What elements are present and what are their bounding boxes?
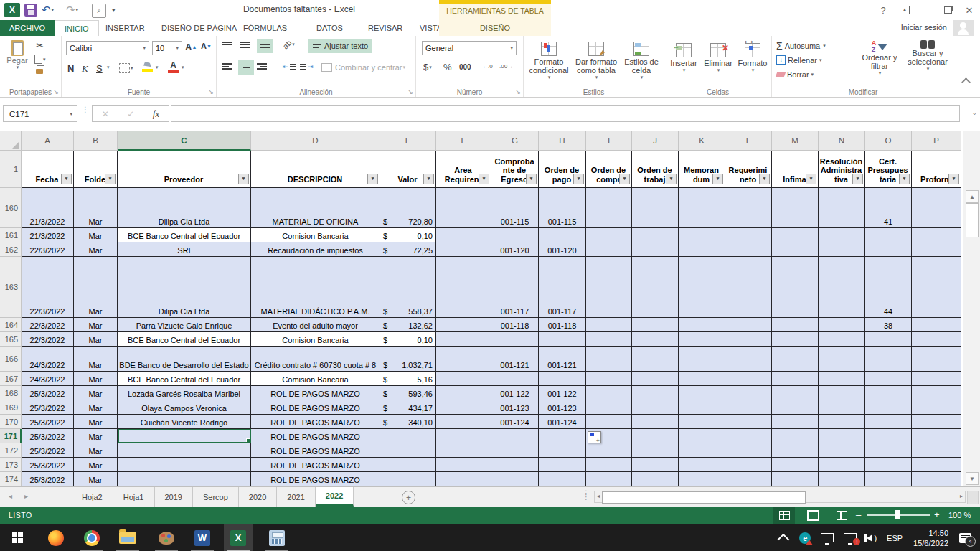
wrap-text-button[interactable]: Ajustar texto <box>308 39 372 53</box>
cell-D164[interactable]: Evento del adulto mayor <box>251 318 380 332</box>
comma-format-icon[interactable]: 000 <box>459 63 471 71</box>
cell-G171[interactable] <box>491 429 539 443</box>
insert-function-icon[interactable]: fx <box>153 108 159 120</box>
percent-format-icon[interactable]: % <box>443 62 452 72</box>
cell-J165[interactable] <box>632 332 679 347</box>
cell-G170[interactable]: 001-124 <box>491 415 539 429</box>
cell-J163[interactable] <box>632 257 679 318</box>
cell-N160[interactable] <box>819 188 865 228</box>
tab-diseño-de-página[interactable]: DISEÑO DE PÁGINA <box>152 20 246 36</box>
cell-M172[interactable] <box>772 443 819 458</box>
cell-A163[interactable]: 22/3/2022 <box>22 257 74 318</box>
cell-M163[interactable] <box>772 257 819 318</box>
col-header-O[interactable]: O <box>865 131 912 151</box>
sheet-tab-hoja2[interactable]: Hoja2 <box>72 487 113 507</box>
cell-B160[interactable]: Mar <box>74 188 118 228</box>
cell-K161[interactable] <box>679 228 725 242</box>
cell-E172[interactable] <box>380 443 436 458</box>
cell-E169[interactable]: $434,17 <box>380 400 436 415</box>
cell-M173[interactable] <box>772 458 819 472</box>
increase-indent-icon[interactable]: ⇥ <box>300 63 314 70</box>
cell-J166[interactable] <box>632 347 679 372</box>
row-header-168[interactable]: 168 <box>0 386 22 400</box>
cell-I166[interactable] <box>586 347 632 372</box>
tab-fórmulas[interactable]: FÓRMULAS <box>234 20 296 36</box>
cell-L164[interactable] <box>725 318 772 332</box>
cell-G165[interactable] <box>491 332 539 347</box>
cell-N161[interactable] <box>819 228 865 242</box>
cell-N173[interactable] <box>819 458 865 472</box>
decrease-decimal-icon[interactable]: .00→ <box>499 63 513 70</box>
cell-N162[interactable] <box>819 242 865 257</box>
cell-J173[interactable] <box>632 458 679 472</box>
cell-I168[interactable] <box>586 386 632 400</box>
cell-G167[interactable] <box>491 372 539 386</box>
col-header-F[interactable]: F <box>436 131 491 151</box>
cell-D167[interactable]: Comision Bancaria <box>251 372 380 386</box>
cell-D172[interactable]: ROL DE PAGOS MARZO <box>251 443 380 458</box>
cell-F161[interactable] <box>436 228 491 242</box>
align-right-icon[interactable] <box>257 63 267 70</box>
insert-cells-button[interactable]: ← Insertar▾ <box>667 42 700 73</box>
cell-F168[interactable] <box>436 386 491 400</box>
cell-L162[interactable] <box>725 242 772 257</box>
col-header-H[interactable]: H <box>539 131 586 151</box>
cell-N166[interactable] <box>819 347 865 372</box>
cell-F169[interactable] <box>436 400 491 415</box>
cell-C172[interactable] <box>118 443 251 458</box>
cell-L173[interactable] <box>725 458 772 472</box>
align-middle-icon[interactable] <box>240 42 250 48</box>
save-icon[interactable] <box>24 4 37 17</box>
tab-revisar[interactable]: REVISAR <box>359 20 412 36</box>
alignment-dialog-launcher[interactable]: ↘ <box>407 88 413 95</box>
merge-center-button[interactable]: Combinar y centrar ▾ <box>319 60 408 75</box>
cancel-icon[interactable]: ✕ <box>102 109 109 119</box>
quick-access-toolbar-menu-icon[interactable]: ▾ <box>112 3 116 17</box>
cell-F174[interactable] <box>436 472 491 486</box>
cell-I163[interactable] <box>586 257 632 318</box>
cell-I170[interactable] <box>586 415 632 429</box>
cell-N172[interactable] <box>819 443 865 458</box>
cell-H170[interactable]: 001-124 <box>539 415 586 429</box>
sheet-tab-2020[interactable]: 2020 <box>239 487 277 507</box>
cell-L166[interactable] <box>725 347 772 372</box>
cell-K163[interactable] <box>679 257 725 318</box>
sheet-tab-sercop[interactable]: Sercop <box>193 487 239 507</box>
cell-M169[interactable] <box>772 400 819 415</box>
row-header-164[interactable]: 164 <box>0 318 22 332</box>
filter-button-A[interactable]: ▾ <box>61 174 72 184</box>
clear-button[interactable]: Borrar▾ <box>776 70 814 79</box>
cell-E165[interactable]: $0,10 <box>380 332 436 347</box>
scroll-right-icon[interactable]: ▸ <box>960 493 963 499</box>
delete-cells-button[interactable]: ✕ Eliminar▾ <box>702 42 735 73</box>
cell-M170[interactable] <box>772 415 819 429</box>
cell-B169[interactable]: Mar <box>74 400 118 415</box>
col-header-L[interactable]: L <box>725 131 772 151</box>
help-button[interactable]: ? <box>872 0 894 20</box>
display-alert-tray-icon[interactable]: ! <box>844 533 857 542</box>
cell-P170[interactable] <box>912 415 961 429</box>
taskbar-calculator[interactable] <box>263 524 291 551</box>
col-header-J[interactable]: J <box>632 131 679 151</box>
zoom-out-button[interactable]: – <box>856 509 861 520</box>
align-top-icon[interactable] <box>222 42 232 45</box>
undo-icon[interactable]: ↶▾ <box>42 3 54 17</box>
cell-C164[interactable]: Parra Vizuete Galo Enrique <box>118 318 251 332</box>
row-header-171[interactable]: 171 <box>0 429 22 443</box>
font-color-dropdown[interactable]: ▾ <box>181 65 184 70</box>
cell-L172[interactable] <box>725 443 772 458</box>
filter-button-N[interactable]: ▾ <box>852 174 863 184</box>
cell-P167[interactable] <box>912 372 961 386</box>
sheet-tab-2021[interactable]: 2021 <box>277 487 315 507</box>
cell-C165[interactable]: BCE Banco Central del Ecuador <box>118 332 251 347</box>
cell-B162[interactable]: Mar <box>74 242 118 257</box>
cell-G162[interactable]: 001-120 <box>491 242 539 257</box>
align-center-icon[interactable] <box>238 60 254 75</box>
cell-I173[interactable] <box>586 458 632 472</box>
cell-C160[interactable]: Dilipa Cia Ltda <box>118 188 251 228</box>
antivirus-tray-icon[interactable]: e <box>799 532 811 544</box>
cell-F162[interactable] <box>436 242 491 257</box>
cell-L161[interactable] <box>725 228 772 242</box>
cell-C171[interactable] <box>118 429 251 443</box>
orientation-icon[interactable]: ab▾ <box>283 40 295 49</box>
